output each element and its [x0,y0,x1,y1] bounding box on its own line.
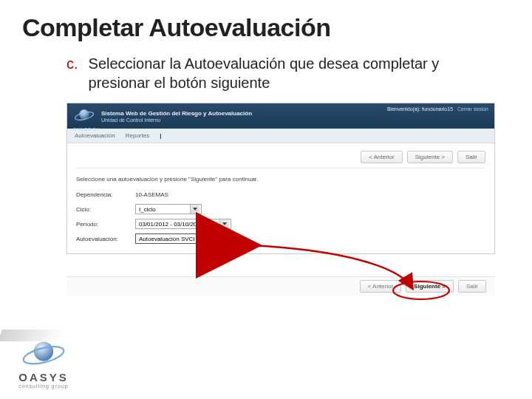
nav-item-autoevaluacion[interactable]: Autoevaluación [75,132,115,139]
periodo-label: Período: [76,221,135,228]
prev-button-bottom[interactable]: < Anterior [360,280,401,293]
step-text: Seleccionar la Autoevaluación que desea … [89,54,502,92]
ciclo-value: I_ciclo [139,206,156,213]
slide-title: Completar Autoevaluación [0,0,532,42]
dependencia-label: Dependencia: [76,191,135,198]
svg-point-3 [34,341,53,361]
ciclo-label: Ciclo: [76,206,135,213]
autoeval-value: Autoevaluación SVCI 2012 [139,236,210,242]
svg-point-0 [79,109,89,120]
app-title-block: Sistema Web de Gestión del Riesgo y Auto… [101,110,252,123]
nav-item-reportes[interactable]: Reportes [126,132,149,139]
app-subtitle: Unidad de Control Interno [101,117,252,123]
instruction-text: Seleccione una autoevaluación y presione… [67,170,494,187]
footer-logo: OASYS consulting group [18,335,69,389]
welcome-text: Bienvenido(a): funcionario15 [387,106,453,112]
chevron-down-icon [190,205,200,214]
nav-bar: Autoevaluación Reportes | [67,129,494,143]
divider [76,168,485,168]
logout-link[interactable]: Cerrar sesión [457,106,488,112]
wizard-buttons-bottom: < Anterior Siguiente > Salir [66,276,495,296]
nav-caret-icon: | [160,132,161,139]
step-letter: c. [66,54,78,73]
ciclo-select[interactable]: I_ciclo [135,204,202,214]
chevron-down-icon [219,234,229,243]
periodo-select[interactable]: 03/01/2012 - 03/10/2012 [135,219,231,229]
next-button-bottom[interactable]: Siguiente > [406,280,454,293]
periodo-value: 03/01/2012 - 03/10/2012 [139,221,203,228]
exit-button[interactable]: Salir [457,151,485,163]
footer-tagline: consulting group [18,383,68,389]
welcome-bar: Bienvenido(a): funcionario15 Cerrar sesi… [387,106,488,112]
wizard-buttons-top: < Anterior Siguiente > Salir [67,143,494,166]
autoeval-select[interactable]: Autoevaluación SVCI 2012 [135,233,231,244]
form-area: Dependencia: 10-ASEMAS Ciclo: I_ciclo Pe… [67,187,494,253]
chevron-down-icon [219,219,229,228]
autoeval-label: Autoevaluación: [76,236,135,242]
exit-button-bottom[interactable]: Salir [458,280,486,293]
app-title: Sistema Web de Gestión del Riesgo y Auto… [101,110,252,117]
next-button[interactable]: Siguiente > [407,151,453,163]
footer-brand: OASYS [18,371,69,383]
brand-logo-icon: SYNERGY [73,106,95,126]
app-header: SYNERGY Sistema Web de Gestión del Riesg… [67,103,494,129]
brand-name: SYNERGY [73,127,95,132]
app-screenshot: SYNERGY Sistema Web de Gestión del Riesg… [66,103,495,254]
dependencia-value: 10-ASEMAS [135,191,168,198]
step-row: c. Seleccionar la Autoevaluación que des… [0,42,532,92]
prev-button[interactable]: < Anterior [361,151,402,163]
oasys-logo-icon [18,335,69,372]
